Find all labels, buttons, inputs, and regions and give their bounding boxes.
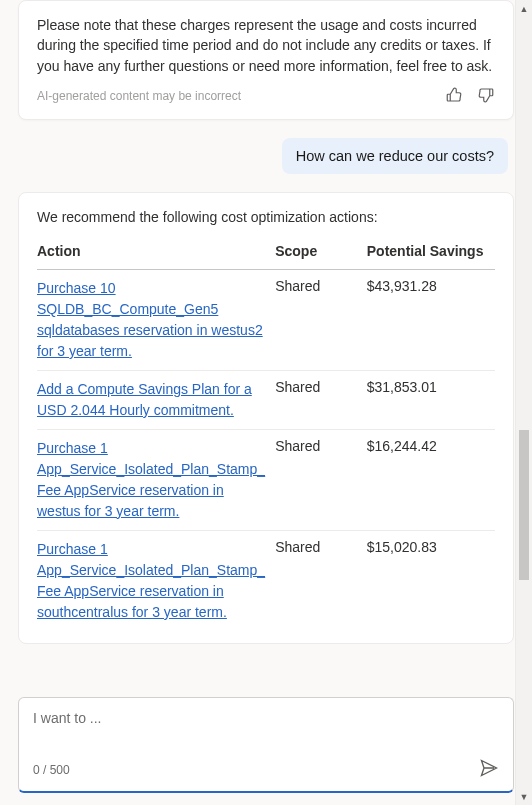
table-row: Purchase 1 App_Service_Isolated_Plan_Sta… <box>37 530 495 631</box>
scope-cell: Shared <box>275 530 367 631</box>
col-header-action: Action <box>37 239 275 270</box>
user-message-row: How can we reduce our costs? <box>18 138 514 174</box>
scope-cell: Shared <box>275 269 367 370</box>
savings-cell: $43,931.28 <box>367 269 495 370</box>
col-header-savings: Potential Savings <box>367 239 495 270</box>
ai-message-card: Please note that these charges represent… <box>18 0 514 120</box>
recommendations-table: Action Scope Potential Savings Purchase … <box>37 239 495 631</box>
char-count: 0 / 500 <box>33 763 70 777</box>
send-icon <box>479 758 499 778</box>
send-button[interactable] <box>479 758 499 781</box>
thumbs-up-icon[interactable] <box>445 86 463 107</box>
table-row: Purchase 10 SQLDB_BC_Compute_Gen5 sqldat… <box>37 269 495 370</box>
user-message-bubble: How can we reduce our costs? <box>282 138 508 174</box>
ai-message-text: Please note that these charges represent… <box>37 15 495 76</box>
action-link[interactable]: Add a Compute Savings Plan for a USD 2.0… <box>37 381 252 418</box>
savings-cell: $15,020.83 <box>367 530 495 631</box>
scope-cell: Shared <box>275 370 367 429</box>
scope-cell: Shared <box>275 429 367 530</box>
thumbs-down-icon[interactable] <box>477 86 495 107</box>
chat-input-placeholder[interactable]: I want to ... <box>33 710 499 750</box>
table-row: Add a Compute Savings Plan for a USD 2.0… <box>37 370 495 429</box>
col-header-scope: Scope <box>275 239 367 270</box>
scroll-up-arrow-icon[interactable]: ▲ <box>516 0 532 17</box>
table-row: Purchase 1 App_Service_Isolated_Plan_Sta… <box>37 429 495 530</box>
chat-scroll-region[interactable]: Please note that these charges represent… <box>0 0 532 680</box>
ai-disclaimer: AI-generated content may be incorrect <box>37 89 241 103</box>
action-link[interactable]: Purchase 1 App_Service_Isolated_Plan_Sta… <box>37 440 265 519</box>
feedback-controls <box>445 86 495 107</box>
action-link[interactable]: Purchase 10 SQLDB_BC_Compute_Gen5 sqldat… <box>37 280 263 359</box>
savings-cell: $31,853.01 <box>367 370 495 429</box>
recommendations-intro: We recommend the following cost optimiza… <box>37 209 495 225</box>
vertical-scrollbar[interactable]: ▲ ▼ <box>515 0 532 805</box>
scroll-down-arrow-icon[interactable]: ▼ <box>516 788 532 805</box>
savings-cell: $16,244.42 <box>367 429 495 530</box>
chat-input-area[interactable]: I want to ... 0 / 500 <box>18 697 514 793</box>
scroll-thumb[interactable] <box>519 430 529 580</box>
recommendations-card: We recommend the following cost optimiza… <box>18 192 514 644</box>
action-link[interactable]: Purchase 1 App_Service_Isolated_Plan_Sta… <box>37 541 265 620</box>
